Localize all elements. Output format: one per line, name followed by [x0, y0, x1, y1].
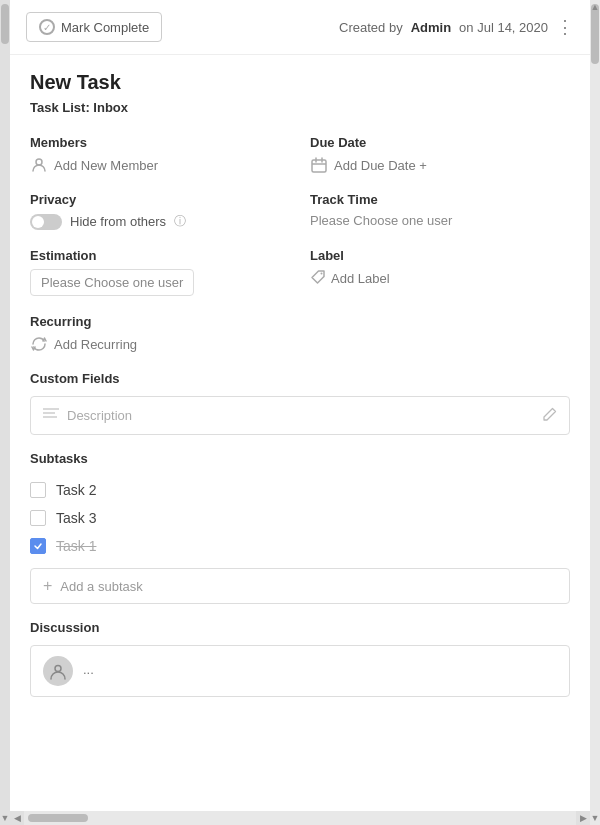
add-new-member-button[interactable]: Add New Member: [30, 156, 290, 174]
horizontal-scrollbar-thumb[interactable]: [28, 814, 88, 822]
discussion-section: Discussion: [30, 620, 570, 697]
add-subtask-plus-icon: +: [43, 577, 52, 595]
hide-from-others-label: Hide from others: [70, 214, 166, 229]
horizontal-scrollbar[interactable]: [24, 811, 576, 825]
scroll-arrow-down-icon[interactable]: ▼: [590, 811, 600, 825]
avatar: [43, 656, 73, 686]
members-label: Members: [30, 135, 290, 150]
estimation-section: Estimation Please Choose one user: [30, 248, 290, 296]
custom-fields-label: Custom Fields: [30, 371, 570, 386]
more-options-icon[interactable]: ⋮: [556, 18, 574, 36]
recurring-label: Recurring: [30, 314, 570, 329]
estimation-select[interactable]: Please Choose one user: [30, 269, 194, 296]
svg-point-2: [321, 273, 323, 275]
track-time-section: Track Time Please Choose one user: [310, 192, 570, 230]
label-section: Label Add Label: [310, 248, 570, 296]
add-label-button[interactable]: Add Label: [310, 269, 570, 288]
label-section-label: Label: [310, 248, 570, 263]
svg-point-6: [55, 666, 61, 672]
discussion-box: [30, 645, 570, 697]
description-left: Description: [43, 407, 132, 424]
page-title: New Task: [30, 71, 570, 94]
hide-from-others-toggle[interactable]: [30, 214, 62, 230]
privacy-section: Privacy Hide from others ⓘ: [30, 192, 290, 230]
task-list-value: Inbox: [93, 100, 128, 115]
subtask-item: Task 1: [30, 532, 570, 560]
add-due-date-button[interactable]: Add Due Date +: [310, 156, 570, 174]
scroll-arrow-up-icon[interactable]: ▲: [590, 0, 600, 14]
scroll-right-icon[interactable]: ▶: [576, 811, 590, 825]
subtasks-section: Subtasks Task 2 Task 3: [30, 451, 570, 604]
subtask-checkbox-1[interactable]: [30, 482, 46, 498]
scroll-left-icon[interactable]: ◀: [10, 811, 24, 825]
top-bar-meta: Created by Admin on Jul 14, 2020 ⋮: [339, 18, 574, 36]
created-by-prefix: Created by: [339, 20, 403, 35]
subtask-text-2: Task 3: [56, 510, 96, 526]
track-time-label: Track Time: [310, 192, 570, 207]
due-date-section: Due Date Add Due Date +: [310, 135, 570, 174]
custom-fields-section: Custom Fields: [30, 371, 570, 386]
description-box[interactable]: Description: [30, 396, 570, 435]
subtask-item: Task 3: [30, 504, 570, 532]
scroll-arrow-left[interactable]: ▼: [0, 811, 10, 825]
members-section: Members Add New Member: [30, 135, 290, 174]
subtask-checkbox-3[interactable]: [30, 538, 46, 554]
add-recurring-label: Add Recurring: [54, 337, 137, 352]
estimation-placeholder: Please Choose one user: [41, 275, 183, 290]
subtask-item: Task 2: [30, 476, 570, 504]
description-placeholder: Description: [67, 408, 132, 423]
add-subtask-row[interactable]: + Add a subtask: [30, 568, 570, 604]
task-list-label: Task List:: [30, 100, 90, 115]
privacy-label: Privacy: [30, 192, 290, 207]
add-due-date-label: Add Due Date +: [334, 158, 427, 173]
top-bar: ✓ Mark Complete Created by Admin on Jul …: [10, 0, 590, 55]
recurring-icon: [30, 335, 48, 353]
svg-rect-1: [312, 160, 326, 172]
task-list-row: Task List: Inbox: [30, 100, 570, 115]
person-icon: [30, 156, 48, 174]
check-circle-icon: ✓: [39, 19, 55, 35]
subtask-checkbox-2[interactable]: [30, 510, 46, 526]
tag-icon: [310, 269, 326, 288]
track-time-value: Please Choose one user: [310, 213, 570, 228]
lines-icon: [43, 407, 59, 424]
info-icon[interactable]: ⓘ: [174, 213, 186, 230]
created-on-text: on Jul 14, 2020: [459, 20, 548, 35]
discussion-label: Discussion: [30, 620, 570, 635]
svg-point-0: [36, 159, 42, 165]
scrollbar-left-thumb[interactable]: [1, 4, 9, 44]
mark-complete-button[interactable]: ✓ Mark Complete: [26, 12, 162, 42]
mark-complete-label: Mark Complete: [61, 20, 149, 35]
calendar-icon: [310, 156, 328, 174]
add-subtask-placeholder: Add a subtask: [60, 579, 142, 594]
add-recurring-button[interactable]: Add Recurring: [30, 335, 570, 353]
content-area: New Task Task List: Inbox Members: [10, 55, 590, 820]
due-date-label: Due Date: [310, 135, 570, 150]
recurring-section: Recurring Add Recurring: [30, 314, 570, 353]
main-panel: ✓ Mark Complete Created by Admin on Jul …: [10, 0, 590, 825]
scrollbar-left[interactable]: ▼: [0, 0, 10, 825]
add-new-member-label: Add New Member: [54, 158, 158, 173]
edit-icon[interactable]: [543, 407, 557, 424]
subtasks-label: Subtasks: [30, 451, 570, 466]
subtask-text-1: Task 2: [56, 482, 96, 498]
add-label-text: Add Label: [331, 271, 390, 286]
admin-name: Admin: [411, 20, 451, 35]
discussion-input[interactable]: [83, 656, 557, 677]
scrollbar-right[interactable]: ▲ ▼: [590, 0, 600, 825]
estimation-label: Estimation: [30, 248, 290, 263]
privacy-toggle-wrapper: Hide from others ⓘ: [30, 213, 290, 230]
subtask-text-3: Task 1: [56, 538, 96, 554]
